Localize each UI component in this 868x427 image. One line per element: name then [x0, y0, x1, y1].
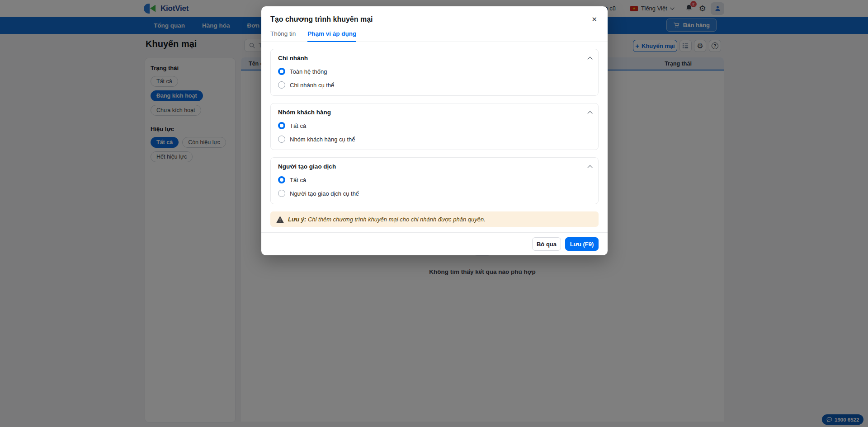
kiotviet-app: KiotViet Giao diện cũ ★ Tiếng Việt 2 ⚙	[0, 0, 868, 427]
warning-message: Chỉ thêm chương trình khuyến mại cho chi…	[308, 216, 486, 223]
create-promotion-modal: Tạo chương trình khuyến mại ✕ Thông tin …	[261, 6, 608, 255]
radio-option-specific-branch[interactable]: Chi nhánh cụ thể	[278, 81, 591, 89]
radio-unselected-icon	[278, 136, 285, 143]
collapse-chevron-icon[interactable]	[587, 56, 592, 61]
collapse-chevron-icon[interactable]	[587, 165, 592, 170]
modal-tabs: Thông tin Phạm vi áp dụng	[261, 30, 608, 42]
radio-unselected-icon	[278, 190, 285, 197]
radio-option-whole-system[interactable]: Toàn hệ thống	[278, 68, 591, 75]
radio-selected-icon	[278, 122, 285, 129]
radio-unselected-icon	[278, 81, 285, 89]
warning-prefix: Lưu ý:	[288, 216, 306, 223]
warning-banner: Lưu ý: Chỉ thêm chương trình khuyến mại …	[270, 211, 599, 227]
close-icon[interactable]: ✕	[590, 14, 599, 24]
section-customer-group: Nhóm khách hàng Tất cả Nhóm khách hàng c…	[270, 103, 599, 150]
radio-option-all-customers[interactable]: Tất cả	[278, 122, 591, 129]
radio-option-all-creators[interactable]: Tất cả	[278, 176, 591, 183]
warning-triangle-icon	[276, 216, 284, 223]
section-transaction-creator: Người tạo giao dịch Tất cả Người tạo gia…	[270, 157, 599, 204]
radio-option-specific-customer-group[interactable]: Nhóm khách hàng cụ thể	[278, 136, 591, 143]
radio-selected-icon	[278, 68, 285, 75]
section-transaction-creator-title: Người tạo giao dịch	[278, 163, 336, 170]
tab-pham-vi-ap-dung[interactable]: Phạm vi áp dụng	[307, 30, 356, 42]
modal-title: Tạo chương trình khuyến mại	[270, 15, 599, 23]
save-button[interactable]: Lưu (F9)	[565, 237, 599, 251]
radio-selected-icon	[278, 176, 285, 183]
section-branch-title: Chi nhánh	[278, 55, 308, 61]
radio-option-specific-creator[interactable]: Người tạo giao dịch cụ thể	[278, 190, 591, 197]
section-customer-group-title: Nhóm khách hàng	[278, 109, 331, 116]
cancel-button[interactable]: Bỏ qua	[532, 237, 561, 251]
section-branch: Chi nhánh Toàn hệ thống Chi nhánh cụ thể	[270, 49, 599, 96]
tab-thong-tin[interactable]: Thông tin	[270, 30, 296, 42]
collapse-chevron-icon[interactable]	[587, 111, 592, 116]
